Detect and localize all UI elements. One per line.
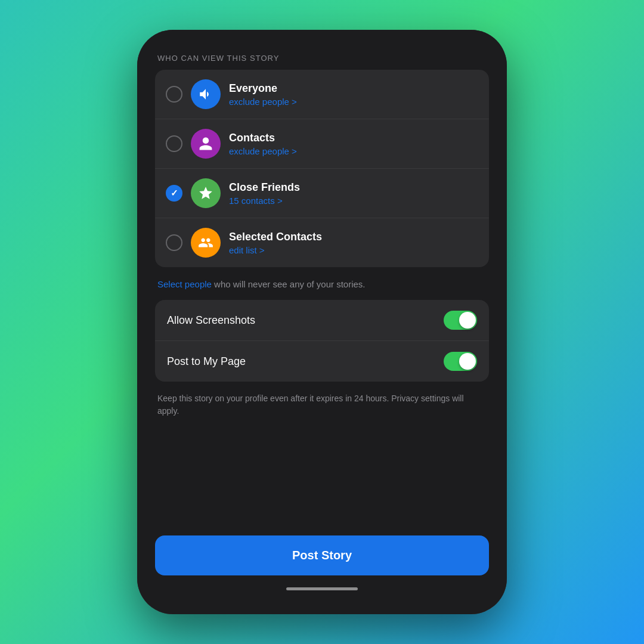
option-subtitle-selected-contacts[interactable]: edit list >: [229, 245, 322, 255]
toggle-row-screenshots: Allow Screenshots: [155, 300, 489, 341]
toggle-label-post-page: Post to My Page: [167, 355, 246, 368]
option-text-selected-contacts: Selected Contacts edit list >: [229, 231, 322, 255]
radio-selected-contacts[interactable]: [166, 234, 182, 251]
home-indicator: [286, 587, 358, 590]
toggle-label-screenshots: Allow Screenshots: [167, 314, 255, 327]
option-selected-contacts[interactable]: Selected Contacts edit list >: [155, 218, 489, 267]
toggles-card: Allow Screenshots Post to My Page: [155, 300, 489, 382]
toggle-knob-screenshots: [459, 312, 476, 329]
option-title-selected-contacts: Selected Contacts: [229, 231, 322, 243]
option-text-contacts: Contacts exclude people >: [229, 132, 297, 156]
toggle-row-post-page: Post to My Page: [155, 341, 489, 382]
option-text-close-friends: Close Friends 15 contacts >: [229, 181, 300, 206]
options-card: Everyone exclude people > Contacts exclu…: [155, 70, 489, 267]
icon-selected-contacts: [191, 228, 221, 258]
radio-everyone[interactable]: [166, 86, 182, 103]
option-title-close-friends: Close Friends: [229, 181, 300, 194]
toggle-knob-post-page: [459, 353, 476, 370]
description-text: Keep this story on your profile even aft…: [155, 390, 489, 429]
megaphone-icon: [198, 86, 213, 102]
hint-highlight[interactable]: Select people: [157, 279, 212, 289]
radio-close-friends[interactable]: ✓: [166, 185, 182, 202]
option-close-friends[interactable]: ✓ Close Friends 15 contacts >: [155, 169, 489, 218]
option-title-everyone: Everyone: [229, 82, 297, 95]
check-icon: ✓: [171, 188, 178, 199]
toggle-post-page[interactable]: [444, 352, 477, 371]
icon-contacts: [191, 129, 221, 159]
option-subtitle-everyone[interactable]: exclude people >: [229, 97, 297, 107]
icon-close-friends: [191, 178, 221, 208]
radio-contacts[interactable]: [166, 135, 182, 152]
hint-rest: who will never see any of your stories.: [212, 279, 366, 289]
phone-frame: WHO CAN VIEW THIS STORY Everyone exclude…: [137, 30, 507, 614]
spacer: [155, 429, 489, 535]
option-everyone[interactable]: Everyone exclude people >: [155, 70, 489, 119]
hint-text: Select people who will never see any of …: [155, 275, 489, 300]
section-label: WHO CAN VIEW THIS STORY: [155, 54, 489, 63]
screen: WHO CAN VIEW THIS STORY Everyone exclude…: [137, 30, 507, 614]
option-subtitle-close-friends[interactable]: 15 contacts >: [229, 196, 300, 206]
group-icon: [198, 235, 213, 250]
toggle-screenshots[interactable]: [444, 311, 477, 330]
icon-everyone: [191, 79, 221, 109]
option-title-contacts: Contacts: [229, 132, 297, 144]
option-contacts[interactable]: Contacts exclude people >: [155, 119, 489, 169]
option-text-everyone: Everyone exclude people >: [229, 82, 297, 107]
option-subtitle-contacts[interactable]: exclude people >: [229, 146, 297, 156]
post-story-button[interactable]: Post Story: [155, 535, 489, 575]
star-icon: [198, 185, 213, 201]
person-icon: [198, 136, 213, 151]
